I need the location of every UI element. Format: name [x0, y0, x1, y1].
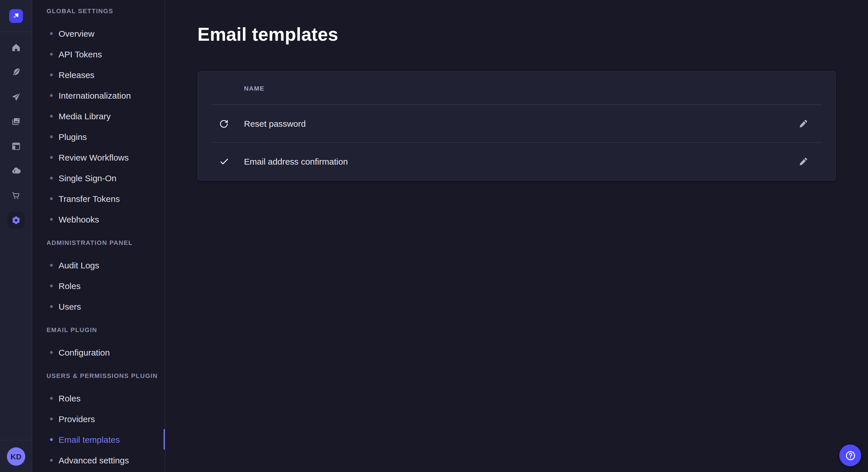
subnav-item-label: Providers — [59, 414, 95, 424]
subnav-section: ADMINISTRATION PANELAudit LogsRolesUsers — [32, 237, 165, 316]
subnav-item-label: Roles — [59, 281, 81, 291]
subnav-item-media-library[interactable]: Media Library — [32, 105, 165, 126]
refresh-icon — [218, 118, 229, 129]
gear-icon[interactable] — [7, 212, 24, 229]
pencil-icon — [798, 119, 808, 129]
table-row-reset-password[interactable]: Reset password — [198, 105, 835, 142]
active-item-indicator — [163, 429, 165, 450]
subnav-item-label: Roles — [59, 393, 81, 403]
edit-template-button[interactable] — [794, 152, 812, 171]
bullet-icon — [50, 264, 53, 266]
layout-icon[interactable] — [7, 138, 24, 155]
media-library-icon[interactable] — [7, 113, 24, 130]
bullet-icon — [50, 53, 53, 55]
bullet-icon — [50, 156, 53, 159]
subnav-item-single-sign-on[interactable]: Single Sign-On — [32, 167, 165, 188]
subnav-item-internationalization[interactable]: Internationalization — [32, 85, 165, 105]
subnav-item-label: Advanced settings — [59, 455, 129, 465]
email-templates-table: NAME Reset passwordEmail address confirm… — [197, 71, 836, 181]
logo-box — [0, 0, 32, 32]
bullet-icon — [50, 438, 53, 441]
bullet-icon — [50, 176, 53, 179]
main-nav-rail: KD — [0, 0, 32, 472]
subnav-section: EMAIL PLUGINConfiguration — [32, 324, 165, 363]
subnav-section: USERS & PERMISSIONS PLUGINRolesProviders… — [32, 370, 165, 470]
home-icon[interactable] — [7, 39, 24, 56]
subnav-item-label: Webhooks — [59, 214, 99, 224]
subnav-item-advanced-settings[interactable]: Advanced settings — [32, 450, 165, 470]
table-row-email-address-confirmation[interactable]: Email address confirmation — [198, 143, 835, 180]
subnav-item-transfer-tokens[interactable]: Transfer Tokens — [32, 188, 165, 209]
subnav-item-roles[interactable]: Roles — [32, 388, 165, 408]
subnav-item-api-tokens[interactable]: API Tokens — [32, 43, 165, 64]
feather-icon[interactable] — [7, 64, 24, 81]
subnav-item-label: Releases — [59, 70, 94, 79]
edit-template-button[interactable] — [794, 114, 812, 133]
subnav-item-releases[interactable]: Releases — [32, 64, 165, 85]
help-button[interactable] — [839, 444, 861, 466]
strapi-logo-icon[interactable] — [9, 9, 23, 23]
bullet-icon — [50, 73, 53, 76]
subnav-item-roles[interactable]: Roles — [32, 275, 165, 296]
subnav-section: GLOBAL SETTINGSOverviewAPI TokensRelease… — [32, 5, 165, 229]
subnav-section-label: ADMINISTRATION PANEL — [32, 237, 165, 248]
settings-subnav: GLOBAL SETTINGSOverviewAPI TokensRelease… — [32, 0, 165, 472]
cart-icon[interactable] — [7, 187, 24, 204]
subnav-item-label: Users — [59, 301, 81, 311]
bullet-icon — [50, 284, 53, 287]
subnav-item-webhooks[interactable]: Webhooks — [32, 209, 165, 229]
bullet-icon — [50, 197, 53, 200]
bullet-icon — [50, 135, 53, 138]
bullet-icon — [50, 217, 53, 221]
strapi-admin-app: KD GLOBAL SETTINGSOverviewAPI TokensRele… — [0, 0, 868, 472]
bullet-icon — [50, 417, 53, 420]
subnav-item-label: Review Workflows — [59, 152, 129, 162]
subnav-item-review-workflows[interactable]: Review Workflows — [32, 147, 165, 167]
page-title: Email templates — [197, 23, 836, 46]
subnav-item-label: Single Sign-On — [59, 173, 117, 183]
bullet-icon — [50, 397, 53, 400]
subnav-section-label: EMAIL PLUGIN — [32, 324, 165, 336]
subnav-item-label: Audit Logs — [59, 260, 99, 270]
question-circle-icon — [844, 449, 856, 461]
subnav-section-label: GLOBAL SETTINGS — [32, 5, 165, 16]
bullet-icon — [50, 94, 53, 97]
subnav-item-label: Plugins — [59, 132, 87, 141]
subnav-section-label: USERS & PERMISSIONS PLUGIN — [32, 370, 165, 381]
check-icon — [218, 156, 229, 167]
pencil-icon — [798, 156, 808, 167]
bullet-icon — [50, 305, 53, 308]
table-header-row: NAME — [198, 72, 835, 104]
cloud-icon[interactable] — [7, 162, 24, 179]
subnav-item-configuration[interactable]: Configuration — [32, 342, 165, 363]
subnav-item-label: Email templates — [59, 434, 120, 444]
bullet-icon — [50, 32, 53, 35]
subnav-item-email-templates[interactable]: Email templates — [32, 429, 165, 450]
main-content: Email templates NAME Reset passwordEmail… — [165, 0, 868, 472]
subnav-item-label: Media Library — [59, 111, 111, 121]
template-name: Reset password — [244, 119, 306, 129]
subnav-item-label: Transfer Tokens — [59, 194, 120, 203]
bullet-icon — [50, 114, 53, 117]
subnav-item-label: Overview — [59, 28, 94, 38]
subnav-item-label: API Tokens — [59, 49, 102, 59]
subnav-item-label: Internationalization — [59, 90, 131, 100]
subnav-item-audit-logs[interactable]: Audit Logs — [32, 255, 165, 275]
template-name: Email address confirmation — [244, 157, 348, 166]
subnav-item-users[interactable]: Users — [32, 296, 165, 316]
bullet-icon — [50, 459, 53, 461]
paper-plane-icon[interactable] — [7, 88, 24, 105]
avatar[interactable]: KD — [7, 447, 25, 466]
subnav-item-overview[interactable]: Overview — [32, 23, 165, 43]
name-column-header: NAME — [244, 85, 265, 92]
subnav-item-providers[interactable]: Providers — [32, 408, 165, 429]
subnav-item-label: Configuration — [59, 347, 110, 357]
subnav-item-plugins[interactable]: Plugins — [32, 126, 165, 147]
bullet-icon — [50, 351, 53, 353]
rail-divider — [0, 440, 32, 440]
